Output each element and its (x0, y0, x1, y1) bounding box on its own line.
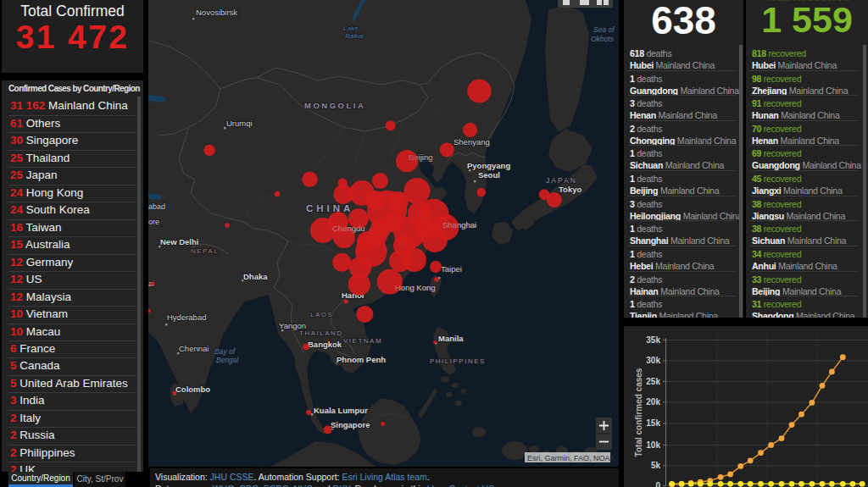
svg-text:THAILAND: THAILAND (299, 329, 343, 337)
svg-text:Urumqi: Urumqi (226, 119, 253, 128)
svg-text:Yangon: Yangon (279, 321, 306, 330)
svg-text:Bangkok: Bangkok (308, 340, 342, 349)
svg-text:Bengal: Bengal (216, 356, 240, 364)
svg-text:Dhaka: Dhaka (243, 272, 268, 281)
svg-text:Tokyo: Tokyo (559, 185, 581, 194)
svg-text:JAPAN: JAPAN (546, 176, 577, 185)
svg-text:Beijing: Beijing (409, 152, 433, 162)
svg-text:Pyongyang: Pyongyang (467, 161, 510, 170)
svg-text:Phnom Penh: Phnom Penh (337, 355, 386, 364)
svg-text:Esri, Garmin, FAO, NOAA: Esri, Garmin, FAO, NOAA (527, 454, 615, 462)
svg-text:Bay of: Bay of (214, 347, 236, 356)
svg-text:New Delhi: New Delhi (160, 237, 198, 246)
svg-text:5k: 5k (651, 461, 661, 470)
svg-text:Taipei: Taipei (441, 264, 462, 274)
svg-text:abad: abad (148, 202, 165, 211)
svg-text:Total confirmed cases: Total confirmed cases (634, 368, 643, 457)
svg-text:0: 0 (655, 481, 660, 487)
svg-text:35k: 35k (646, 335, 660, 345)
svg-text:NEPAL: NEPAL (191, 247, 219, 255)
svg-text:Sea of: Sea of (593, 25, 615, 34)
svg-text:Baikal: Baikal (345, 32, 364, 40)
svg-text:30k: 30k (646, 356, 660, 365)
svg-text:MONGOLIA: MONGOLIA (304, 101, 365, 110)
svg-text:CHINA: CHINA (306, 203, 353, 213)
svg-text:10k: 10k (646, 440, 660, 450)
svg-text:LAOS: LAOS (310, 311, 333, 318)
svg-text:Lake: Lake (343, 25, 359, 32)
svg-text:Seoul: Seoul (478, 170, 500, 180)
svg-text:ore: ore (148, 218, 159, 226)
svg-text:Hyderabad: Hyderabad (167, 313, 206, 322)
svg-text:VIETNAM: VIETNAM (343, 337, 382, 345)
svg-text:15k: 15k (646, 418, 660, 428)
svg-text:Chengdu: Chengdu (332, 224, 365, 233)
svg-text:Novosibirsk: Novosibirsk (196, 8, 237, 17)
svg-text:Colombo: Colombo (175, 385, 210, 394)
svg-text:PHILIPPINES: PHILIPPINES (430, 357, 486, 365)
svg-text:Shanghai: Shanghai (442, 220, 476, 230)
svg-text:Manila: Manila (438, 334, 464, 343)
svg-text:Chennai: Chennai (179, 344, 209, 353)
svg-text:20k: 20k (646, 397, 660, 407)
svg-text:Singapore: Singapore (331, 420, 370, 429)
svg-text:Hong Kong: Hong Kong (395, 283, 436, 292)
svg-text:Shenyang: Shenyang (453, 137, 490, 147)
svg-text:Kuala Lumpur: Kuala Lumpur (314, 406, 368, 415)
svg-text:Okhots: Okhots (591, 35, 615, 43)
svg-text:25k: 25k (646, 377, 660, 386)
